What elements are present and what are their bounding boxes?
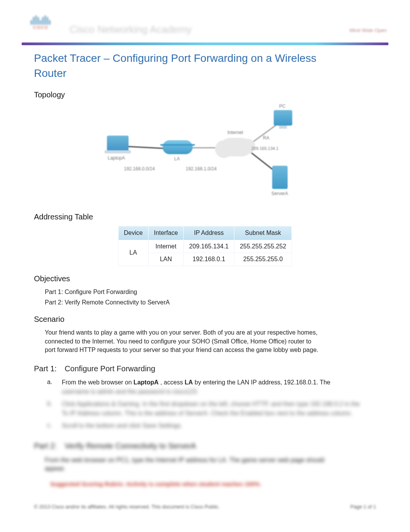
part1-number: Part 1: [34, 363, 63, 374]
ra-label: RA [263, 135, 269, 141]
th-interface: Interface [148, 226, 183, 240]
footer-copyright: © 2013 Cisco and/or its affiliates. All … [34, 503, 220, 510]
step-blur-line: username is admin and the password is ci… [62, 387, 330, 396]
addressing-table: Device Interface IP Address Subnet Mask … [118, 226, 292, 266]
step-a: a. From the web browser on LaptopA , acc… [47, 378, 364, 396]
part2-text: From the web browser on PC1, type the In… [45, 456, 346, 473]
section-topology: Topology [34, 89, 387, 100]
table-row: LA Internet 209.165.134.1 255.255.255.25… [118, 240, 292, 253]
cell-mask: 255.255.255.252 [234, 240, 292, 253]
step-c: c. Scroll to the bottom and click Save S… [47, 421, 364, 430]
academy-title: Cisco Networking Academy [69, 22, 191, 36]
cell-interface: Internet [148, 240, 183, 253]
document-title: Packet Tracer – Configuring Port Forward… [34, 51, 327, 81]
internet-label: Internet [227, 129, 243, 136]
section-scenario: Scenario [34, 314, 387, 325]
part2-title: Verify Remote Connectivity to ServerA [65, 442, 196, 450]
table-header-row: Device Interface IP Address Subnet Mask [118, 226, 292, 240]
scenario-text: Your friend wants to play a game with yo… [45, 328, 323, 354]
part2-heading: Part 2: Verify Remote Connectivity to Se… [34, 440, 387, 451]
footer: © 2013 Cisco and/or its affiliates. All … [34, 503, 376, 510]
ra-net-label: 192.168.1.0/24 [186, 166, 217, 172]
step-blur-body: Scroll to the bottom and click Save Sett… [62, 421, 182, 430]
step-letter: b. [47, 399, 55, 418]
la-label: LA [174, 156, 180, 162]
header-divider [22, 42, 388, 45]
addressing-table-wrap: Device Interface IP Address Subnet Mask … [23, 226, 387, 266]
topology-diagram: LaptopA LA 192.168.0.0/24 Internet 192.1… [23, 104, 387, 204]
step-text: , access [160, 379, 185, 386]
step-bold: LaptopA [134, 379, 159, 386]
cell-ip: 192.168.0.1 [183, 253, 234, 266]
step-blur-body: Click Applications & Gaming. In the firs… [62, 399, 364, 418]
laptop-icon [107, 136, 129, 151]
section-objectives: Objectives [34, 273, 387, 284]
pc-label: PC [279, 103, 286, 110]
step-bold: LA [185, 379, 193, 386]
cell-interface: LAN [148, 253, 183, 266]
th-mask: Subnet Mask [234, 226, 292, 240]
la-net-label: 192.168.0.0/24 [124, 166, 155, 172]
th-ip: IP Address [183, 226, 234, 240]
step-text: From the web browser on [62, 379, 134, 386]
objectives-list: Part 1: Configure Port Forwarding Part 2… [45, 288, 387, 307]
cell-device: LA [118, 240, 148, 266]
page: CISCO Cisco Networking Academy Mind Wide… [0, 0, 410, 532]
laptopA-label: LaptopA [108, 155, 125, 161]
objective-item: Part 2: Verify Remote Connectivity to Se… [45, 298, 387, 307]
step-body: From the web browser on LaptopA , access… [62, 378, 330, 396]
step-letter: c. [47, 421, 55, 430]
cisco-logo: CISCO [23, 15, 58, 37]
serverA-label: ServerA [271, 190, 288, 197]
part1-title: Configure Port Forwarding [65, 364, 156, 373]
objective-item: Part 1: Configure Port Forwarding [45, 288, 387, 296]
part2-number: Part 2: [34, 440, 63, 451]
header-bar: CISCO Cisco Networking Academy Mind Wide… [23, 15, 387, 42]
cell-mask: 255.255.255.0 [234, 253, 292, 266]
cloud-icon [220, 138, 251, 156]
router-la-icon [163, 140, 193, 154]
section-addressing: Addressing Table [34, 211, 387, 222]
cell-ip: 209.165.134.1 [183, 240, 234, 253]
th-device: Device [118, 226, 148, 240]
part1-heading: Part 1: Configure Port Forwarding [34, 363, 387, 374]
footer-page: Page 1 of 1 [351, 503, 376, 510]
part1-steps: a. From the web browser on LaptopA , acc… [47, 378, 364, 430]
step-letter: a. [47, 378, 55, 396]
header-tagline: Mind Wide Open [349, 27, 387, 34]
ra-wan-label: 209.165.134.1 [251, 146, 278, 151]
server-icon [272, 166, 288, 189]
step-text: by entering the LAN IP address, 192.168.… [195, 379, 330, 386]
step-b: b. Click Applications & Gaming. In the f… [47, 399, 364, 418]
pc-icon [274, 110, 292, 126]
scoring-rubric: Suggested Scoring Rubric: Activity is co… [50, 480, 387, 488]
